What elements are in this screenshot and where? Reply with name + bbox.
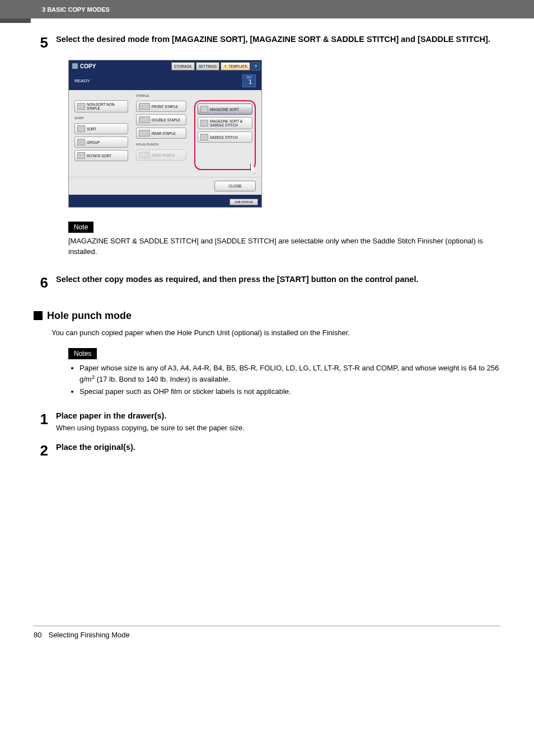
sort-icon [77, 125, 85, 132]
help-button[interactable]: ? [251, 62, 260, 71]
double-staple-icon [139, 116, 150, 123]
status-text: READY [74, 78, 90, 83]
job-status-button[interactable]: JOB STATUS [229, 199, 258, 205]
double-staple-button[interactable]: DOUBLE STAPLE [136, 114, 186, 125]
step-number: 5 [34, 34, 56, 50]
notes-item-2: Special paper such as OHP film or sticke… [79, 386, 500, 397]
page-footer: 80 Selecting Finishing Mode [34, 626, 500, 639]
step-title: Select the desired mode from [MAGAZINE S… [56, 34, 500, 45]
set-counter: SET 1 [242, 74, 256, 87]
close-button[interactable]: CLOSE [214, 181, 256, 191]
page-header: 3 BASIC COPY MODES [0, 0, 534, 18]
saddle-stitch-button[interactable]: SADDLE STITCH [198, 132, 252, 143]
section-heading: Hole punch mode [34, 310, 500, 322]
note-tag: Note [68, 222, 93, 233]
group-button[interactable]: GROUP [74, 137, 128, 148]
settings-button[interactable]: SETTINGS [196, 62, 220, 71]
notes-block: Notes Paper whose size is any of A3, A4,… [68, 348, 500, 397]
copy-icon [72, 63, 78, 69]
storage-button[interactable]: STORAGE [171, 62, 195, 71]
nonsort-icon [77, 103, 85, 110]
screen-titlebar: COPY STORAGE SETTINGS ★TEMPLATE ? [69, 60, 261, 72]
non-sort-button[interactable]: NON-SORT NON-STAPLE [74, 100, 128, 112]
rear-staple-button[interactable]: REAR STAPLE [136, 128, 186, 139]
template-button[interactable]: ★TEMPLATE [221, 62, 250, 71]
step-title: Place the original(s). [56, 442, 500, 453]
front-staple-button[interactable]: FRONT STAPLE [136, 101, 186, 112]
step-title: Select other copy modes as required, and… [56, 274, 500, 285]
rotate-icon [77, 152, 85, 159]
star-icon: ★ [223, 64, 227, 69]
binding-group-highlight: MAGAZINE SORT MAGAZINE SORT & SADDLE STI… [194, 100, 256, 170]
holepunch-icon [139, 152, 150, 158]
header-tab-cap [0, 18, 31, 23]
magazine-sort-saddle-button[interactable]: MAGAZINE SORT & SADDLE STITCH [198, 117, 252, 129]
step-number: 2 [34, 442, 56, 458]
status-bar: READY SET 1 [69, 72, 261, 90]
notes-tag: Notes [68, 348, 97, 359]
holepunch-group-label: HOLE PUNCH [136, 142, 186, 146]
step-2: 2 Place the original(s). [34, 442, 500, 458]
notes-item-1: Paper whose size is any of A3, A4, A4-R,… [79, 363, 500, 385]
copy-screen: COPY STORAGE SETTINGS ★TEMPLATE ? READY … [68, 60, 262, 208]
group-icon [77, 139, 85, 145]
page-number: 80 [34, 631, 41, 639]
note-block-5: Note [MAGAZINE SORT & SADDLE STITCH] and… [68, 222, 500, 257]
section-title: Hole punch mode [47, 310, 132, 322]
note-text: [MAGAZINE SORT & SADDLE STITCH] and [SAD… [68, 236, 500, 257]
sort-group-label: SORT [74, 116, 128, 120]
step-5: 5 Select the desired mode from [MAGAZINE… [34, 34, 500, 50]
rear-staple-icon [139, 130, 150, 137]
page-content: 5 Select the desired mode from [MAGAZINE… [0, 23, 534, 458]
sort-button[interactable]: SORT [74, 123, 128, 134]
finishing-panel: NON-SORT NON-STAPLE SORT SORT GROUP ROTA… [69, 90, 261, 177]
step-number: 6 [34, 274, 56, 290]
magsaddle-icon [200, 120, 208, 126]
square-bullet-icon [34, 311, 43, 320]
step-1: 1 Place paper in the drawer(s). When usi… [34, 411, 500, 433]
footer-title: Selecting Finishing Mode [48, 631, 129, 639]
step-title: Place paper in the drawer(s). [56, 411, 500, 422]
front-staple-icon [139, 103, 150, 110]
step-6: 6 Select other copy modes as required, a… [34, 274, 500, 290]
section-intro: You can punch copied paper when the Hole… [51, 328, 500, 337]
magazine-sort-button[interactable]: MAGAZINE SORT [198, 104, 252, 115]
step-number: 1 [34, 411, 56, 433]
saddle-icon [200, 134, 208, 140]
rotate-sort-button[interactable]: ROTATE SORT [74, 150, 128, 161]
app-title: COPY [69, 63, 96, 69]
staple-group-label: STAPLE [136, 93, 186, 97]
screenshot-container: COPY STORAGE SETTINGS ★TEMPLATE ? READY … [68, 60, 500, 208]
header-breadcrumb: 3 BASIC COPY MODES [42, 6, 110, 13]
step-subtext: When using bypass copying, be sure to se… [56, 424, 500, 432]
hole-punch-button[interactable]: HOLE PUNCH [136, 149, 186, 161]
magsort-icon [200, 106, 208, 112]
